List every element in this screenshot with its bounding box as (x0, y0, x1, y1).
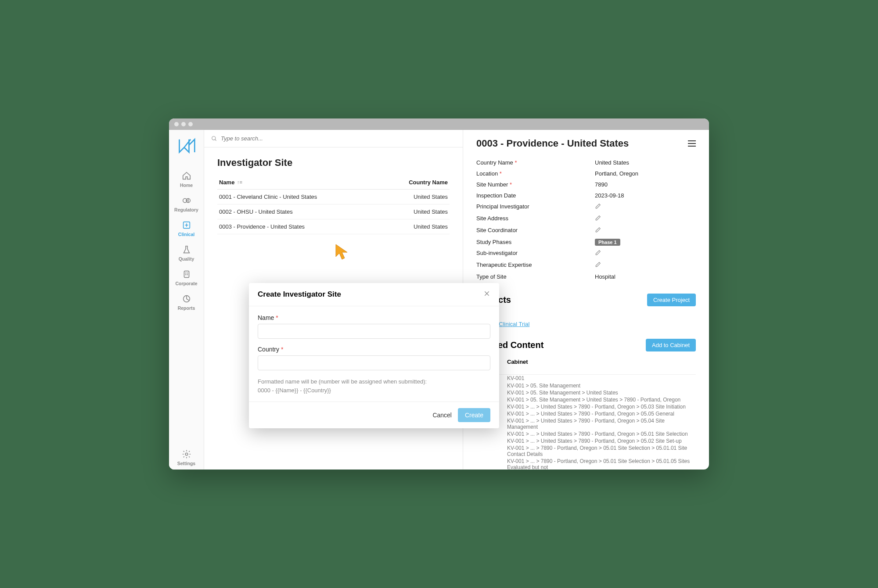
field-label: Site Number * (476, 181, 595, 188)
field-label: Location * (476, 170, 595, 177)
edit-icon[interactable] (595, 227, 696, 234)
app-window: Home Regulatory Clinical Quality Corpora… (169, 118, 709, 470)
related-row[interactable]: KV-001 > ... > United States > 7890 - Po… (476, 430, 696, 437)
col-name[interactable]: Name ↓≡ (476, 311, 696, 321)
building-icon (182, 269, 191, 279)
related-row[interactable]: KV-001 > 05. Site Management > United St… (476, 396, 696, 403)
edit-icon[interactable] (595, 250, 696, 257)
name-input[interactable] (258, 324, 490, 339)
modal-title: Create Investigator Site (258, 290, 341, 299)
close-icon[interactable] (483, 290, 490, 299)
related-cabinet: KV-001 > ... > 7890 - Portland, Oregon >… (507, 458, 696, 470)
field-value: 7890 (595, 181, 696, 188)
related-cabinet: KV-001 > ... > United States > 7890 - Po… (507, 438, 696, 444)
related-cabinet: KV-001 > 05. Site Management > United St… (507, 390, 696, 396)
col-name[interactable]: Name ↑≡ (217, 176, 381, 190)
menu-icon[interactable] (688, 140, 696, 147)
window-max-dot[interactable] (188, 122, 193, 126)
clinical-icon (182, 220, 191, 230)
col-country[interactable]: Country Name (381, 176, 450, 190)
svg-rect-4 (184, 271, 189, 278)
table-row[interactable]: 0001 - Cleveland Clinic - United States … (217, 190, 450, 204)
related-row[interactable]: KV-001 > ... > 7890 - Portland, Oregon >… (476, 458, 696, 470)
field-label: Study Phases (476, 239, 595, 245)
sidebar-item-clinical[interactable]: Clinical (169, 216, 204, 240)
sidebar-item-regulatory[interactable]: Regulatory (169, 191, 204, 216)
svg-point-8 (187, 274, 187, 275)
phase-badge: Phase 1 (595, 239, 620, 246)
country-input[interactable] (258, 355, 490, 370)
related-section: Related Content Add to Cabinet Created ↑… (476, 339, 696, 470)
related-cabinet: KV-001 > ... > 7890 - Portland, Oregon >… (507, 445, 696, 457)
svg-point-5 (185, 273, 186, 273)
search-bar (204, 130, 463, 147)
edit-icon[interactable] (595, 203, 696, 211)
modal-hint: Formatted name will be (number will be a… (258, 377, 490, 394)
search-icon (211, 136, 217, 142)
sidebar-item-quality[interactable]: Quality (169, 240, 204, 265)
country-label: Country * (258, 346, 490, 353)
detail-panel: 0003 - Providence - United States Countr… (463, 130, 709, 470)
name-label: Name * (258, 314, 490, 321)
pie-chart-icon (182, 294, 191, 304)
related-row[interactable]: KV-001 > ... > United States > 7890 - Po… (476, 417, 696, 430)
edit-icon[interactable] (595, 262, 696, 269)
related-created (476, 445, 494, 457)
window-close-dot[interactable] (174, 122, 179, 126)
field-value: Phase 1 (595, 239, 696, 245)
sidebar-item-home[interactable]: Home (169, 167, 204, 191)
related-created (476, 458, 494, 470)
svg-point-7 (185, 274, 186, 275)
sidebar-item-settings[interactable]: Settings (169, 445, 204, 470)
sidebar: Home Regulatory Clinical Quality Corpora… (169, 130, 204, 470)
related-cabinet: KV-001 (507, 375, 696, 382)
related-row[interactable]: KV-001 > ... > United States > 7890 - Po… (476, 410, 696, 417)
cell-country: United States (381, 190, 450, 204)
field-value: Portland, Oregon (595, 170, 696, 177)
cursor-pointer-icon (335, 244, 349, 261)
related-row[interactable]: KV-001 > ... > 7890 - Portland, Oregon >… (476, 445, 696, 458)
table-row[interactable]: 0003 - Providence - United States United… (217, 219, 450, 234)
field-value: Hospital (595, 273, 696, 280)
related-cabinet: KV-001 > 05. Site Management (507, 383, 696, 389)
cell-name: 0002 - OHSU - United States (217, 204, 381, 219)
create-button[interactable]: Create (458, 408, 490, 422)
field-label: Type of Site (476, 273, 595, 280)
related-created (476, 431, 494, 437)
field-value: 2023-09-18 (595, 192, 696, 199)
edit-icon[interactable] (595, 215, 696, 222)
cell-name: 0001 - Cleveland Clinic - United States (217, 190, 381, 204)
svg-line-12 (215, 139, 216, 140)
related-row[interactable]: KV-001 > 05. Site Management > United St… (476, 389, 696, 396)
sidebar-item-reports[interactable]: Reports (169, 290, 204, 314)
window-titlebar (169, 118, 709, 130)
sidebar-item-label: Home (180, 183, 193, 188)
sidebar-item-corporate[interactable]: Corporate (169, 265, 204, 290)
col-cabinet[interactable]: Cabinet (507, 359, 528, 372)
sidebar-item-label: Settings (177, 461, 195, 466)
related-row[interactable]: KV-001 > ... > United States > 7890 - Po… (476, 437, 696, 445)
cancel-button[interactable]: Cancel (432, 412, 452, 419)
create-project-button[interactable]: Create Project (647, 294, 696, 306)
related-row[interactable]: SepKV-001 (476, 375, 696, 382)
detail-title: 0003 - Providence - United States (476, 138, 629, 149)
projects-section: Projects Create Project Name ↓≡ Phase 1 … (476, 294, 696, 327)
create-site-modal: Create Investigator Site Name * Country … (249, 283, 499, 428)
add-to-cabinet-button[interactable]: Add to Cabinet (646, 339, 696, 351)
related-created (476, 438, 494, 444)
related-cabinet: KV-001 > 05. Site Management > United St… (507, 397, 696, 403)
svg-point-11 (212, 136, 216, 140)
window-min-dot[interactable] (181, 122, 186, 126)
sidebar-item-label: Corporate (175, 281, 197, 286)
field-label: Principal Investigator (476, 203, 595, 210)
field-label: Country Name * (476, 159, 595, 166)
related-row[interactable]: KV-001 > ... > United States > 7890 - Po… (476, 403, 696, 410)
flask-icon (182, 245, 191, 255)
field-label: Site Address (476, 215, 595, 222)
search-input[interactable] (221, 135, 456, 142)
field-label: Therapeutic Expertise (476, 262, 595, 268)
related-row[interactable]: KV-001 > 05. Site Management (476, 382, 696, 389)
sidebar-item-label: Quality (179, 256, 194, 262)
table-row[interactable]: 0002 - OHSU - United States United State… (217, 204, 450, 219)
related-cabinet: KV-001 > ... > United States > 7890 - Po… (507, 418, 696, 430)
